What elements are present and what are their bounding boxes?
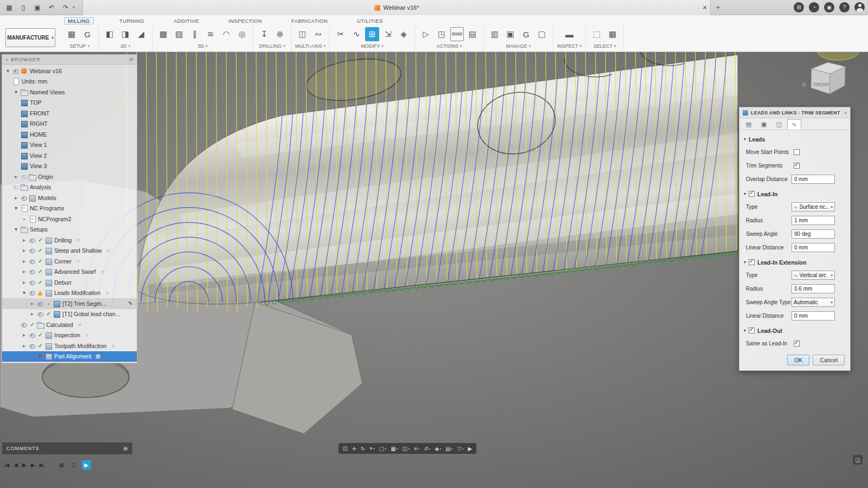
arrow-down-icon[interactable] bbox=[12, 226, 20, 233]
close-document-icon[interactable]: ✕ bbox=[700, 3, 709, 12]
scallop-button[interactable]: ◠ bbox=[219, 27, 233, 41]
section-leads-header[interactable]: ▾Leads bbox=[739, 133, 850, 145]
tree-item-ncprogram2[interactable]: NCProgram2 bbox=[2, 214, 137, 224]
corner-smoothing-button[interactable]: ◈ bbox=[397, 27, 411, 41]
eye-icon[interactable] bbox=[29, 279, 36, 286]
arrow-down-icon[interactable] bbox=[21, 289, 28, 297]
arrow-right-icon[interactable] bbox=[29, 300, 36, 307]
eye-icon[interactable] bbox=[29, 236, 36, 244]
toolbar-group-drilling-dropdown[interactable]: DRILLING▾ bbox=[259, 43, 285, 49]
simulate-button[interactable]: ▷ bbox=[419, 27, 433, 41]
tree-item-origin[interactable]: Origin bbox=[2, 171, 137, 182]
arrow-down-icon[interactable] bbox=[4, 67, 11, 75]
tree-item-view-1[interactable]: View 1 bbox=[2, 140, 137, 151]
collapse-arrow-icon[interactable]: ▾ bbox=[744, 191, 746, 196]
adaptive-clearing-button[interactable]: ▩ bbox=[156, 27, 170, 41]
sweep-angle-type-select[interactable]: Automatic▾ bbox=[792, 298, 835, 307]
workspace-selector[interactable]: MANUFACTURE ▾ bbox=[5, 28, 55, 47]
cancel-button[interactable]: Cancel bbox=[813, 355, 845, 365]
expand-canvas-icon[interactable]: ◲ bbox=[853, 455, 863, 465]
collapse-arrow-icon[interactable]: ▾ bbox=[744, 137, 746, 142]
tool-library-button[interactable]: ▥ bbox=[488, 27, 502, 41]
window-select-button[interactable]: ⬚ bbox=[590, 27, 604, 41]
align-views-button[interactable]: ≡▾ bbox=[412, 444, 421, 453]
passes-tab[interactable]: ◫ bbox=[772, 119, 786, 130]
pan-button[interactable]: ✛ bbox=[350, 444, 358, 453]
section-lead-out-header[interactable]: ▾Lead-Out bbox=[739, 324, 850, 337]
target-icon[interactable] bbox=[94, 352, 101, 360]
visual-style-button[interactable]: ◈▾ bbox=[433, 444, 443, 453]
type-select[interactable]: ∿Surface nc...▾ bbox=[792, 202, 835, 211]
task-manager-button[interactable]: ▣ bbox=[503, 27, 518, 41]
arrow-right-icon[interactable] bbox=[29, 310, 36, 318]
linear-distance-input[interactable]: 0 mm bbox=[792, 243, 835, 252]
measure-button[interactable]: ▬ bbox=[562, 27, 576, 41]
simulate-panel-button[interactable]: ▶ bbox=[82, 460, 91, 470]
post-library-button[interactable]: G bbox=[519, 27, 533, 41]
profile-icon[interactable] bbox=[854, 2, 865, 12]
viewports-button[interactable]: ◫▾ bbox=[401, 444, 411, 453]
tool-tab[interactable]: ▤ bbox=[742, 119, 756, 130]
tree-item-analysis[interactable]: Analysis bbox=[2, 182, 137, 193]
toolbar-group-3d-dropdown[interactable]: 3D▾ bbox=[198, 43, 208, 49]
tree-item-t1-gobal-lead-chan[interactable]: [T1] Gobal lead chan... bbox=[2, 309, 137, 320]
tree-item-inspection[interactable]: Inspection bbox=[2, 330, 137, 341]
arrow-right-icon[interactable] bbox=[21, 342, 28, 350]
sweep-angle-input[interactable]: 90 deg bbox=[792, 229, 835, 239]
tree-item-models[interactable]: Models bbox=[2, 192, 137, 203]
viewcube-front-label[interactable]: FRONT bbox=[814, 82, 829, 87]
extensions-icon[interactable]: ⊞ bbox=[794, 2, 804, 12]
eye-off-icon[interactable] bbox=[12, 183, 20, 191]
setup-sheet-button[interactable]: ▤ bbox=[465, 27, 480, 41]
grid-and-snaps-button[interactable]: ▦▾ bbox=[389, 444, 399, 453]
arrow-right-icon[interactable] bbox=[21, 279, 28, 286]
tree-item-right[interactable]: RIGHT bbox=[2, 119, 137, 130]
steering-wheel-button[interactable]: ▶ bbox=[466, 444, 474, 453]
lead-out-enable-checkbox[interactable] bbox=[749, 328, 755, 333]
tree-item-top[interactable]: TOP bbox=[2, 98, 137, 108]
geometry-tab[interactable]: ▣ bbox=[757, 119, 771, 130]
radius-input[interactable]: 0.6 mm bbox=[792, 284, 835, 293]
toolpath-filter-button[interactable]: ▽▾ bbox=[456, 444, 465, 453]
tree-item-setups[interactable]: Setups bbox=[2, 224, 137, 235]
arrow-down-icon[interactable] bbox=[12, 204, 20, 212]
lead-in-extension-enable-checkbox[interactable] bbox=[749, 259, 755, 265]
spiral-button[interactable]: ◎ bbox=[235, 27, 249, 41]
notifications-icon[interactable]: ◉ bbox=[824, 2, 834, 12]
tree-item-units-mm[interactable]: Units: mm bbox=[2, 76, 137, 87]
minimize-panel-icon[interactable]: ⊖ bbox=[129, 56, 133, 62]
arrow-right-icon[interactable] bbox=[21, 268, 28, 275]
pencil-icon[interactable] bbox=[127, 300, 134, 307]
tab-turning[interactable]: TURNING bbox=[116, 17, 148, 24]
refresh-toolpath-button[interactable]: ↺▾ bbox=[422, 444, 432, 453]
tree-item-view-3[interactable]: View 3 bbox=[2, 161, 137, 172]
tree-item-corner[interactable]: Corner bbox=[2, 256, 137, 267]
display-settings-button[interactable]: ▢▾ bbox=[378, 444, 388, 453]
arrow-right-icon[interactable] bbox=[12, 194, 20, 202]
new-tab-button[interactable]: + bbox=[713, 3, 723, 12]
gcode-compare-button[interactable]: G1G2 bbox=[450, 27, 464, 41]
toolbar-group-manage-dropdown[interactable]: MANAGE▾ bbox=[506, 43, 531, 49]
toolbar-group-modify-dropdown[interactable]: MODIFY▾ bbox=[361, 43, 383, 49]
eye-icon[interactable] bbox=[37, 300, 44, 307]
selection-filters-button[interactable]: ▦ bbox=[605, 27, 620, 41]
redo-icon[interactable]: ↷ bbox=[60, 2, 72, 14]
tree-item-view-2[interactable]: View 2 bbox=[2, 150, 137, 161]
2d-face-button[interactable]: ◧ bbox=[103, 27, 117, 41]
eye-icon[interactable] bbox=[21, 321, 28, 329]
go-to-end-button[interactable]: ▶| bbox=[39, 462, 43, 468]
overlap-distance-input[interactable]: 0 mm bbox=[792, 175, 835, 184]
add-comment-icon[interactable]: ⊕ bbox=[123, 445, 128, 452]
eye-icon[interactable] bbox=[29, 268, 36, 275]
eye-off-icon[interactable] bbox=[21, 173, 28, 181]
show-toolpath-button[interactable]: ◫ bbox=[69, 460, 79, 470]
tree-item-steep-and-shallow[interactable]: Steep and Shallow bbox=[2, 246, 137, 256]
leads-and-links-button[interactable]: ⊞ bbox=[365, 27, 379, 41]
pocket-clearing-button[interactable]: ▨ bbox=[172, 27, 186, 41]
arrow-right-icon[interactable] bbox=[12, 173, 20, 181]
arrow-down-icon[interactable] bbox=[12, 88, 20, 96]
tree-item-leads-modifcation[interactable]: Leads Modifcation bbox=[2, 288, 137, 299]
go-to-start-button[interactable]: |◀ bbox=[4, 462, 9, 468]
tree-item-deburr[interactable]: Deburr bbox=[2, 277, 137, 288]
linear-distance-input[interactable]: 0 mm bbox=[792, 311, 835, 320]
